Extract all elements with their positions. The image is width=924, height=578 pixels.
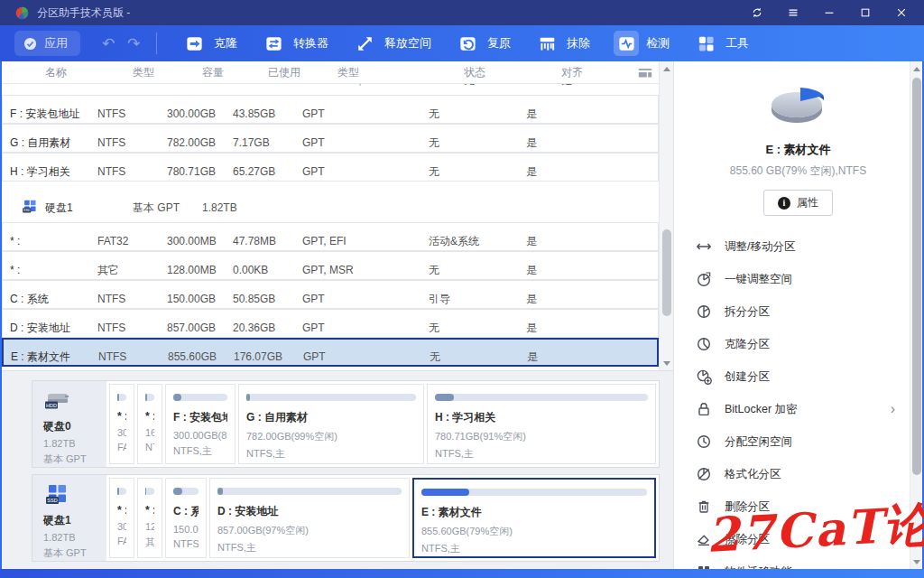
table-row[interactable]: * : FAT32 300.00MB 47.78MB GPT, EFI 活动&系… [2, 222, 659, 251]
row-part-type: GPT, MSR [302, 264, 429, 276]
header-part-type[interactable]: 类型 [337, 65, 464, 80]
row-used: 47.78MB [233, 235, 302, 247]
sidebar-menu-item[interactable]: 格式化分区 › [674, 458, 922, 490]
refresh-button[interactable] [744, 2, 771, 23]
row-part-type: GPT [302, 322, 429, 334]
partition-size: 857.00GB(97%空闲) [217, 524, 402, 537]
scrollbar-thumb[interactable] [662, 229, 671, 316]
column-settings-icon[interactable] [637, 65, 653, 81]
row-name: * : [10, 235, 20, 247]
toolbar-button[interactable]: 释放空间 [340, 25, 443, 61]
row-capacity: 857.00GB [167, 322, 233, 334]
table-row[interactable]: * : 其它 128.00MB 0.00KB GPT, MSR 无 是 [2, 251, 659, 280]
table-row[interactable]: C : 系统 NTFS 150.00GB 50.85GB GPT 引导 是 [2, 280, 659, 309]
header-fs-type[interactable]: 类型 [133, 65, 202, 80]
row-status: 引导 [429, 292, 526, 307]
sidebar-menu-item[interactable]: 创建分区 › [674, 360, 922, 393]
disk-map-partition[interactable]: G : 自用素材 782.00GB(99%空闲) NTFS,主 [238, 384, 424, 464]
usage-bar [117, 488, 126, 495]
disk-map-partition[interactable]: F : 安装包地址 300.00GB(85%... NTFS,主 [165, 384, 236, 464]
toolbar-button[interactable]: 转换器 [249, 25, 340, 61]
toolbar-button[interactable]: 检测 [602, 25, 681, 61]
properties-label: 属性 [797, 195, 818, 210]
row-capacity: 150.00GB [167, 293, 233, 305]
redo-icon[interactable]: ↷ [125, 34, 142, 53]
sidebar-menu-item[interactable]: 一键调整空间 › [674, 263, 922, 295]
properties-button[interactable]: i 属性 [763, 190, 833, 216]
toolbar-button[interactable]: 复原 [443, 25, 522, 61]
header-status[interactable]: 状态 [464, 65, 561, 80]
toolbar-items: 克隆 转换器 释放空间 复原 抹除 检测 工具 [170, 25, 761, 61]
sidebar-menu-item[interactable]: 擦除分区 › [674, 523, 922, 555]
partition-table-body: * : NTFS 16.00MB 9.75MB GPT, MSR 无 是 F :… [2, 84, 659, 367]
table-row[interactable]: F : 安装包地址 NTFS 300.00GB 43.85GB GPT 无 是 [2, 95, 659, 124]
partition-size: 16.... [145, 427, 154, 438]
row-name: F : 安装包地址 [10, 107, 79, 122]
table-row[interactable]: D : 安装地址 NTFS 857.00GB 20.36GB GPT 无 是 [2, 309, 659, 338]
scrollbar-thumb[interactable] [912, 78, 921, 475]
sidebar-menu-item[interactable]: 删除分区 › [674, 490, 922, 523]
disk-map-partition[interactable]: * : 16.... NTF... [137, 384, 162, 464]
usage-bar [117, 394, 126, 401]
usage-bar [421, 489, 647, 496]
scroll-up-icon[interactable] [660, 62, 673, 75]
disk-map-partition[interactable]: * : 300... FAT... [109, 478, 134, 558]
partition-size: 855.60GB(79%空闲) [421, 525, 647, 538]
header-name[interactable]: 名称 [45, 65, 133, 80]
row-status: 无 [429, 321, 526, 336]
sidebar-menu-item[interactable]: 软件迁移功能 › [674, 555, 922, 569]
row-capacity: 300.00MB [167, 235, 233, 247]
disk-map-partition[interactable]: C : 系统 150.00... NTFS,... [165, 478, 207, 558]
disk-map-partition[interactable]: D : 安装地址 857.00GB(97%空闲) NTFS,主 [209, 478, 410, 558]
usage-bar-fill [421, 489, 469, 496]
close-button[interactable] [888, 2, 915, 23]
maximize-button[interactable] [852, 2, 879, 23]
scroll-up-icon[interactable] [910, 62, 922, 75]
apply-label: 应用 [44, 35, 68, 51]
scroll-down-icon[interactable] [910, 555, 922, 568]
volume-name: E : 素材文件 [674, 142, 922, 158]
sidebar-menu-item[interactable]: 拆分分区 › [674, 295, 922, 328]
disk-map-partition[interactable]: E : 素材文件 855.60GB(79%空闲) NTFS,主 [412, 478, 656, 558]
table-row[interactable]: * : NTFS 16.00MB 9.75MB GPT, MSR 无 是 [2, 84, 659, 95]
disk-info-cell[interactable]: 硬盘0 1.82TB 基本 GPT [32, 381, 106, 467]
partition-fs: NTFS,主 [246, 447, 416, 461]
toolbar-button[interactable]: 抹除 [522, 25, 602, 61]
usage-bar [173, 394, 227, 401]
sidebar-scrollbar[interactable] [910, 61, 922, 569]
table-row[interactable]: 硬盘1 基本 GPT 1.82TB [2, 193, 659, 222]
toolbar-button[interactable]: 克隆 [170, 25, 249, 61]
disk-map-partition[interactable]: H : 学习相关 780.71GB(91%空闲) NTFS,主 [427, 384, 656, 464]
usage-bar-fill [117, 394, 119, 401]
table-row[interactable]: E : 素材文件 NTFS 855.60GB 176.07GB GPT 无 是 [2, 338, 659, 367]
sidebar-menu-item[interactable]: 分配空闲空间 › [674, 425, 922, 458]
disk-map-partition[interactable]: * : 300... FAT... [109, 384, 134, 464]
menu-button[interactable] [780, 2, 807, 23]
disk-info-cell[interactable]: 硬盘1 1.82TB 基本 GPT [32, 475, 106, 561]
apply-button[interactable]: 应用 [14, 31, 80, 56]
disk-scheme: 基本 GPT [43, 546, 106, 560]
table-row[interactable]: H : 学习相关 NTFS 780.71GB 65.27GB GPT 无 是 [2, 153, 659, 182]
minimize-button[interactable] [816, 2, 843, 23]
header-used[interactable]: 已使用 [268, 65, 337, 80]
scroll-down-icon[interactable] [660, 357, 673, 369]
disk-size: 1.82TB [43, 438, 106, 449]
row-status: 活动&系统 [429, 234, 526, 249]
sidebar-menu-item[interactable]: 克隆分区 › [674, 328, 922, 360]
sidebar-menu-item[interactable]: 调整/移动分区 › [674, 230, 922, 263]
table-row[interactable]: G : 自用素材 NTFS 782.00GB 7.17GB GPT 无 是 [2, 124, 659, 153]
toolbar-button[interactable]: 工具 [681, 25, 761, 61]
disk-map-partition[interactable]: * : 128... 其... [137, 478, 162, 558]
partition-label: * : [117, 504, 126, 517]
sidebar-menu-item[interactable]: BitLocker 加密 › [674, 393, 922, 425]
undo-icon[interactable]: ↶ [100, 34, 116, 53]
table-scrollbar[interactable] [659, 61, 673, 370]
header-capacity[interactable]: 容量 [202, 65, 268, 80]
volume-pie-chart [764, 79, 833, 126]
row-fs-type: NTFS [97, 165, 167, 178]
table-header: 名称 类型 容量 已使用 类型 状态 对齐 [2, 61, 659, 84]
row-capacity: 128.00MB [167, 264, 233, 276]
disk-scheme: 基本 GPT [43, 452, 106, 466]
row-status: 无 [429, 135, 526, 151]
partition-label: H : 学习相关 [435, 410, 648, 425]
